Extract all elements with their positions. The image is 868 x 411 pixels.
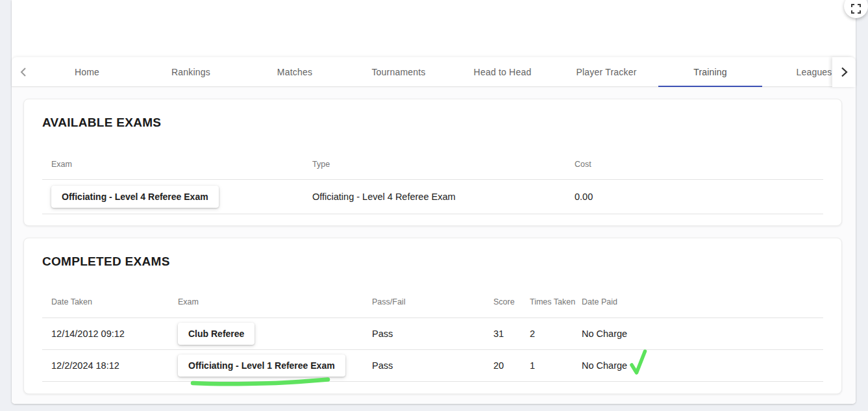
- tab-tournaments[interactable]: Tournaments: [347, 57, 451, 86]
- tab-player-tracker[interactable]: Player Tracker: [554, 57, 658, 86]
- table-header-row: Date Taken Exam Pass/Fail Score Times Ta…: [42, 286, 823, 318]
- column-header-times-taken: Times Taken: [521, 297, 573, 306]
- chevron-left-icon: [20, 68, 27, 77]
- column-header-exam: Exam: [42, 160, 303, 169]
- pass-fail-cell: Pass: [363, 329, 484, 339]
- tab-home[interactable]: Home: [35, 57, 139, 86]
- date-paid-cell: No Charge: [573, 360, 823, 371]
- exam-button-level1-referee[interactable]: Officiating - Level 1 Referee Exam: [178, 355, 345, 377]
- column-header-cost: Cost: [565, 160, 823, 169]
- fullscreen-icon: [851, 4, 861, 14]
- score-cell: 31: [484, 329, 521, 339]
- table-row: Officiating - Level 4 Referee Exam Offic…: [42, 180, 823, 214]
- column-header-pass-fail: Pass/Fail: [363, 297, 484, 306]
- exam-button-level4-referee[interactable]: Officiating - Level 4 Referee Exam: [51, 186, 219, 208]
- score-cell: 20: [484, 360, 521, 371]
- exam-button-club-referee[interactable]: Club Referee: [178, 323, 254, 345]
- pass-fail-cell: Pass: [363, 360, 484, 371]
- times-taken-cell: 2: [521, 329, 573, 339]
- completed-exams-title: COMPLETED EXAMS: [24, 238, 841, 269]
- available-exams-title: AVAILABLE EXAMS: [24, 99, 841, 130]
- exam-cost-cell: 0.00: [565, 192, 823, 202]
- table-row: 12/2/2024 18:12 Officiating - Level 1 Re…: [42, 350, 823, 382]
- exam-type-cell: Officiating - Level 4 Referee Exam: [303, 192, 565, 202]
- tab-head-to-head[interactable]: Head to Head: [451, 57, 554, 86]
- tab-rankings[interactable]: Rankings: [139, 57, 243, 86]
- tabs-scroll-left-button[interactable]: [12, 57, 35, 86]
- column-header-score: Score: [484, 297, 521, 306]
- column-header-exam: Exam: [169, 297, 363, 306]
- available-exams-table: Exam Type Cost Officiating - Level 4 Ref…: [42, 149, 823, 214]
- column-header-date-paid: Date Paid: [573, 297, 823, 306]
- tabs-scroll-right-button[interactable]: [832, 57, 856, 87]
- times-taken-cell: 1: [521, 360, 573, 371]
- completed-exams-table: Date Taken Exam Pass/Fail Score Times Ta…: [42, 286, 823, 382]
- tab-bar: Home Rankings Matches Tournaments Head t…: [12, 57, 856, 87]
- date-paid-cell: No Charge: [573, 329, 823, 339]
- tab-training[interactable]: Training: [658, 57, 762, 86]
- app-panel: Home Rankings Matches Tournaments Head t…: [12, 0, 856, 404]
- training-content: AVAILABLE EXAMS Exam Type Cost Officiati…: [12, 87, 856, 404]
- table-row: 12/14/2012 09:12 Club Referee Pass 31 2 …: [42, 318, 823, 350]
- column-header-date-taken: Date Taken: [42, 297, 169, 306]
- chevron-right-icon: [841, 67, 848, 77]
- column-header-type: Type: [303, 160, 565, 169]
- date-taken-cell: 12/2/2024 18:12: [42, 360, 169, 371]
- tab-matches[interactable]: Matches: [243, 57, 347, 86]
- table-header-row: Exam Type Cost: [42, 149, 823, 180]
- completed-exams-card: COMPLETED EXAMS Date Taken Exam Pass/Fai…: [23, 238, 842, 394]
- available-exams-card: AVAILABLE EXAMS Exam Type Cost Officiati…: [23, 99, 842, 226]
- date-taken-cell: 12/14/2012 09:12: [42, 329, 169, 339]
